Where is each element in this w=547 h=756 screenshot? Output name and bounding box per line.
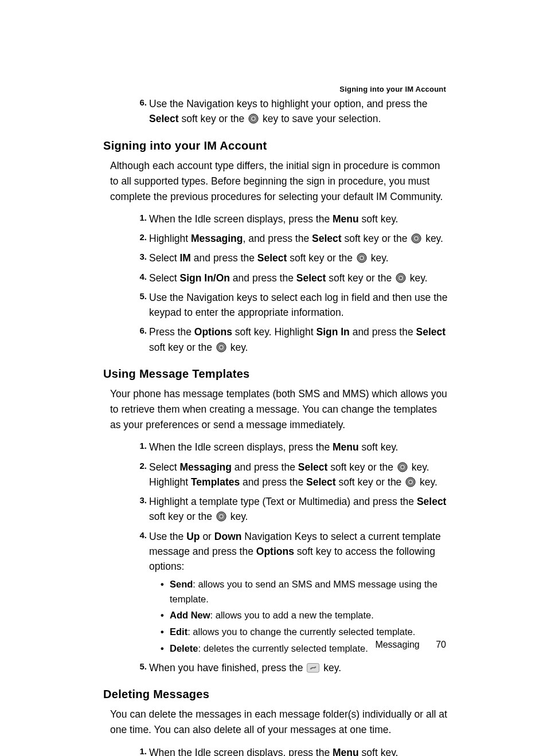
step-text: Select bbox=[149, 252, 180, 264]
sub-item: Edit: allows you to change the currently… bbox=[170, 625, 450, 640]
step-item: 2. Highlight Messaging, and press the Se… bbox=[149, 231, 450, 246]
footer-page-number: 70 bbox=[436, 640, 446, 649]
bold-text: Delete bbox=[170, 643, 198, 653]
step-text: Use the Navigation keys to highlight you… bbox=[149, 98, 427, 109]
ok-key-icon bbox=[248, 113, 259, 124]
bold-text: Sign In bbox=[316, 326, 349, 338]
step-text: and press the bbox=[191, 252, 257, 264]
step-text: Use the Navigation keys to select each l… bbox=[149, 292, 447, 318]
section-heading-deleting: Deleting Messages bbox=[103, 688, 450, 701]
section3-steps: 1. When the Idle screen displays, press … bbox=[103, 745, 450, 756]
bold-text: Up bbox=[186, 531, 200, 542]
step-text: Highlight bbox=[149, 233, 191, 244]
section-heading-signing-in: Signing into your IM Account bbox=[103, 139, 450, 152]
step-text: key. bbox=[407, 272, 428, 284]
step-number: 5. bbox=[131, 290, 147, 303]
bold-text: Send bbox=[170, 579, 193, 589]
bold-text: Select bbox=[312, 233, 342, 244]
bold-text: Select bbox=[417, 496, 447, 507]
bold-text: Menu bbox=[333, 441, 359, 453]
step-text: soft key. bbox=[359, 441, 398, 453]
step-text: key. bbox=[417, 476, 437, 488]
ok-key-icon bbox=[405, 477, 416, 487]
bold-text: Options bbox=[256, 546, 294, 557]
page: Signing into your IM Account 6. Use the … bbox=[0, 0, 547, 756]
step-text: soft key or the bbox=[326, 272, 394, 284]
ok-key-icon bbox=[397, 462, 408, 472]
bold-text: Select bbox=[149, 113, 179, 124]
step-item: 3. Highlight a template type (Text or Mu… bbox=[149, 494, 450, 524]
step-text: soft key or the bbox=[149, 342, 215, 353]
step-text: Select bbox=[149, 461, 180, 473]
step-number: 6. bbox=[131, 324, 147, 338]
step-item: 3. Select IM and press the Select soft k… bbox=[149, 250, 450, 265]
step-text: When the Idle screen displays, press the bbox=[149, 747, 333, 756]
step-item: 1. When the Idle screen displays, press … bbox=[149, 745, 450, 756]
bold-text: Sign In/On bbox=[180, 272, 230, 284]
ok-key-icon bbox=[411, 233, 421, 244]
step-number: 4. bbox=[131, 271, 147, 284]
step-text: soft key or the bbox=[149, 511, 215, 522]
end-key-icon bbox=[307, 663, 319, 672]
step-text: When the Idle screen displays, press the bbox=[149, 213, 333, 225]
step-number: 5. bbox=[131, 660, 147, 673]
bold-text: Messaging bbox=[191, 233, 243, 244]
bold-text: IM bbox=[180, 252, 191, 264]
section1-steps: 1. When the Idle screen displays, press … bbox=[103, 211, 450, 355]
ok-key-icon bbox=[216, 511, 226, 522]
step-text: key. bbox=[321, 662, 341, 673]
step-item: 5. When you have finished, press the key… bbox=[149, 660, 450, 675]
step-text: Highlight a template type (Text or Multi… bbox=[149, 496, 417, 507]
step-text: Select bbox=[149, 272, 180, 284]
step-number: 1. bbox=[131, 211, 147, 225]
step-text: soft key. bbox=[359, 747, 398, 756]
bold-text: Menu bbox=[333, 213, 359, 225]
top-step-list: 6. Use the Navigation keys to highlight … bbox=[103, 96, 450, 127]
step-number: 1. bbox=[131, 745, 147, 756]
svg-point-2 bbox=[252, 117, 255, 120]
step-text: key. bbox=[423, 233, 443, 244]
bold-text: Select bbox=[296, 272, 326, 284]
bold-text: Select bbox=[257, 252, 287, 264]
step-text: key. bbox=[368, 252, 389, 264]
ok-key-icon bbox=[396, 273, 406, 283]
bold-text: Select bbox=[298, 461, 328, 473]
svg-point-17 bbox=[401, 465, 404, 468]
step-text: soft key. Highlight bbox=[232, 326, 317, 338]
sub-text: : allows you to change the currently sel… bbox=[187, 626, 415, 637]
bold-text: Menu bbox=[333, 747, 359, 756]
step-text: soft key or the bbox=[342, 233, 411, 244]
sub-item: Add New: allows you to add a new the tem… bbox=[170, 608, 450, 623]
step-number: 4. bbox=[131, 529, 147, 542]
step-item: 1. When the Idle screen displays, press … bbox=[149, 440, 450, 455]
step-text: When the Idle screen displays, press the bbox=[149, 441, 333, 453]
step-item: 4. Use the Up or Down Navigation Keys to… bbox=[149, 529, 450, 656]
sub-item: Send: allows you to send an SMS and MMS … bbox=[170, 577, 450, 606]
section-intro: Although each account type differs, the … bbox=[103, 158, 450, 205]
step-number: 2. bbox=[131, 460, 147, 473]
bold-text: Select bbox=[306, 476, 336, 488]
bold-text: Options bbox=[194, 326, 232, 338]
step-text: and press the bbox=[350, 326, 416, 338]
sub-text: : deletes the currently selected templat… bbox=[198, 643, 368, 653]
step-text: soft key. bbox=[359, 213, 398, 225]
svg-point-11 bbox=[400, 276, 403, 279]
svg-point-20 bbox=[409, 481, 412, 484]
step-item: 2. Select Messaging and press the Select… bbox=[149, 460, 450, 490]
svg-point-14 bbox=[220, 346, 223, 348]
step-text: soft key or the bbox=[327, 461, 396, 473]
step-item: 4. Select Sign In/On and press the Selec… bbox=[149, 271, 450, 285]
step-text: and press the bbox=[230, 272, 296, 284]
running-head: Signing into your IM Account bbox=[339, 85, 446, 93]
step-text: , and press the bbox=[243, 233, 312, 244]
ok-key-icon bbox=[357, 253, 367, 263]
svg-point-23 bbox=[220, 515, 223, 518]
section-heading-templates: Using Message Templates bbox=[103, 367, 450, 381]
page-footer: Messaging 70 bbox=[375, 640, 446, 650]
step-item: 6. Use the Navigation keys to highlight … bbox=[149, 96, 450, 127]
footer-section: Messaging bbox=[375, 640, 419, 649]
bold-text: Down bbox=[214, 531, 242, 542]
section-intro: You can delete the messages in each mess… bbox=[103, 707, 450, 738]
bold-text: Templates bbox=[191, 476, 240, 488]
bold-text: Add New bbox=[170, 610, 210, 620]
